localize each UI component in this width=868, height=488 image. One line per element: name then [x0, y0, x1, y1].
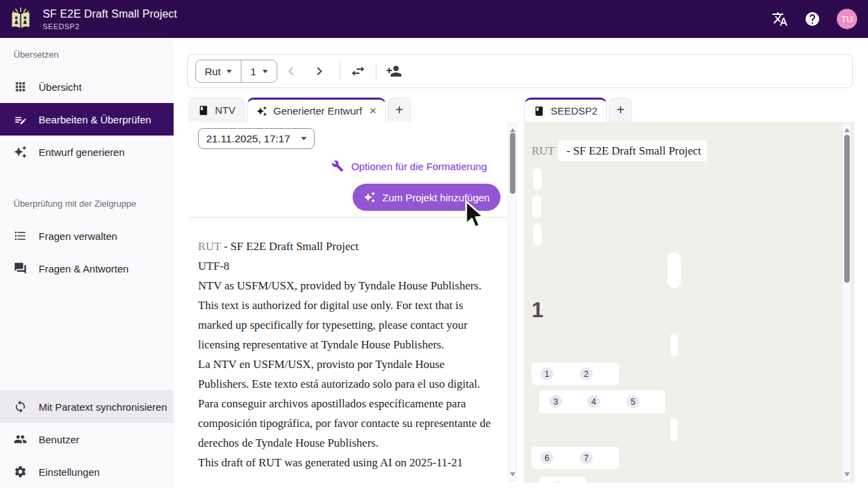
verse-row[interactable]: 6 7 — [532, 447, 619, 469]
close-tab-icon[interactable]: × — [370, 105, 376, 117]
project-text-title-line: RUT - SF E2E Draft Small Project — [532, 140, 707, 161]
sidebar-section-community-review: Überprüfung mit der Zielgruppe — [14, 199, 136, 209]
left-pane-tabs: NTV Generierter Entwurf × + — [189, 98, 411, 122]
list-icon — [14, 229, 27, 243]
right-pane-tabs: SEEDSP2 + — [524, 98, 632, 122]
add-tab-button[interactable]: + — [388, 98, 411, 122]
add-to-project-button[interactable]: Zum Projekt hinzufügen — [353, 184, 500, 211]
people-icon — [14, 432, 27, 446]
empty-segment-placeholder[interactable] — [670, 418, 677, 441]
sidebar-item-edit-review[interactable]: Bearbeiten & Überprüfen — [0, 103, 174, 136]
formatting-options-link[interactable]: Optionen für die Formatierung — [332, 160, 487, 172]
sidebar-item-questions-answers[interactable]: Fragen & Antworten — [0, 252, 174, 285]
header-actions: TU — [772, 9, 857, 29]
sidebar-section-translate: Übersetzen — [14, 49, 58, 60]
left-panel-scrollbar[interactable] — [508, 123, 517, 481]
right-panel-scrollbar[interactable] — [842, 123, 851, 481]
chapter-select-value: 1 — [250, 66, 256, 77]
toolbar-divider — [376, 62, 376, 80]
swap-panes-icon[interactable] — [350, 63, 366, 79]
add-tab-button[interactable]: + — [609, 98, 632, 122]
next-chapter-button[interactable] — [311, 63, 328, 79]
verse-row[interactable]: 1 2 — [532, 363, 619, 385]
book-select[interactable]: Rut — [196, 60, 241, 82]
tab-generated-draft[interactable]: Generierter Entwurf × — [247, 98, 386, 122]
scroll-down-icon[interactable] — [844, 472, 850, 476]
apps-grid-icon — [14, 80, 27, 94]
sidebar-item-sync-paratext[interactable]: Mit Paratext synchronisieren — [0, 390, 174, 423]
verse-number-badge[interactable]: 5 — [627, 395, 639, 408]
verse-number-badge[interactable] — [551, 481, 564, 483]
book-code-label: RUT — [532, 144, 555, 158]
book-icon — [198, 105, 209, 116]
license-paragraph-es: La NTV en USFM/USX, provisto por Tyndale… — [198, 354, 496, 453]
project-text-panel: RUT - SF E2E Draft Small Project 1 1 2 3… — [524, 122, 854, 483]
book-code-label: RUT — [198, 240, 221, 253]
generated-note: This draft of RUT was generated using AI… — [198, 453, 496, 472]
help-icon[interactable] — [804, 11, 821, 27]
project-title: SF E2E Draft Small Project — [43, 8, 177, 20]
license-paragraph-en: NTV as USFM/USX, provided by Tyndale Hou… — [198, 276, 496, 354]
chevron-down-icon — [226, 70, 232, 73]
sidebar: Übersetzen Übersicht Bearbeiten & Überpr… — [0, 38, 174, 488]
app-window: SF E2E Draft Small Project SEEDSP2 TU Üb… — [0, 0, 868, 488]
chevron-down-icon — [262, 70, 268, 73]
share-add-user-icon[interactable] — [386, 63, 402, 79]
sidebar-item-overview[interactable]: Übersicht — [0, 70, 174, 103]
sidebar-item-manage-questions[interactable]: Fragen verwalten — [0, 220, 174, 252]
panel-divider — [189, 217, 507, 218]
empty-segment-placeholder[interactable] — [533, 224, 542, 246]
forum-icon — [14, 262, 27, 275]
sparkles-icon — [14, 145, 27, 159]
scripture-forge-logo-icon — [9, 6, 32, 32]
user-avatar[interactable]: TU — [837, 9, 857, 29]
book-select-value: Rut — [205, 66, 220, 77]
wrench-icon — [332, 160, 344, 172]
previous-chapter-button[interactable] — [283, 63, 299, 79]
sparkles-icon — [363, 191, 376, 203]
chevron-down-icon — [301, 137, 307, 140]
empty-segment-placeholder[interactable] — [667, 252, 681, 288]
scrollbar-thumb[interactable] — [510, 133, 515, 194]
sidebar-item-generate-draft[interactable]: Entwurf generieren — [0, 136, 174, 168]
sidebar-item-users[interactable]: Benutzer — [0, 423, 174, 455]
book-chapter-selector: Rut 1 — [195, 60, 277, 83]
navigation-toolbar: Rut 1 — [187, 54, 853, 88]
verse-number-badge[interactable]: 2 — [580, 367, 593, 380]
draft-date-value: 21.11.2025, 17:17 — [206, 133, 290, 145]
gear-icon — [14, 465, 27, 479]
draft-text-content: RUT - SF E2E Draft Small Project UTF-8 N… — [198, 237, 496, 472]
verse-number-badge[interactable]: 4 — [587, 395, 600, 408]
sidebar-item-settings[interactable]: Einstellungen — [0, 455, 174, 488]
tab-ntv[interactable]: NTV — [189, 98, 245, 122]
scroll-down-icon[interactable] — [510, 472, 515, 476]
verse-row[interactable]: 3 4 5 — [539, 390, 665, 413]
verse-row-partial[interactable] — [539, 476, 587, 483]
scroll-up-icon[interactable] — [844, 128, 850, 132]
translate-language-icon[interactable] — [772, 11, 788, 27]
draft-title-line: RUT - SF E2E Draft Small Project — [198, 237, 496, 256]
generated-draft-panel: 21.11.2025, 17:17 Optionen für die Forma… — [189, 122, 517, 483]
sparkles-icon — [256, 106, 267, 117]
draft-date-select[interactable]: 21.11.2025, 17:17 — [198, 128, 315, 149]
toolbar-divider — [340, 62, 340, 80]
empty-segment-placeholder[interactable] — [533, 168, 542, 190]
tab-seedsp2[interactable]: SEEDSP2 — [524, 98, 607, 122]
scroll-up-icon[interactable] — [510, 128, 515, 132]
empty-segment-placeholder[interactable] — [670, 333, 678, 357]
chapter-select[interactable]: 1 — [241, 60, 276, 82]
app-header: SF E2E Draft Small Project SEEDSP2 TU — [0, 0, 868, 38]
header-titles: SF E2E Draft Small Project SEEDSP2 — [43, 8, 177, 30]
edit-note-icon — [14, 113, 27, 126]
verse-number-badge[interactable]: 6 — [540, 451, 553, 464]
verse-number-badge[interactable]: 7 — [580, 451, 593, 464]
empty-segment-placeholder[interactable] — [532, 195, 541, 218]
verse-number-badge[interactable]: 1 — [540, 367, 553, 380]
chapter-number: 1 — [532, 298, 543, 323]
draft-title-rest: - SF E2E Draft Small Project — [221, 240, 359, 253]
editable-title-segment[interactable]: - SF E2E Draft Small Project — [558, 140, 707, 161]
scrollbar-thumb[interactable] — [844, 135, 850, 283]
verse-number-badge[interactable]: 3 — [549, 395, 562, 408]
encoding-line: UTF-8 — [198, 256, 496, 276]
sync-icon — [14, 400, 27, 413]
